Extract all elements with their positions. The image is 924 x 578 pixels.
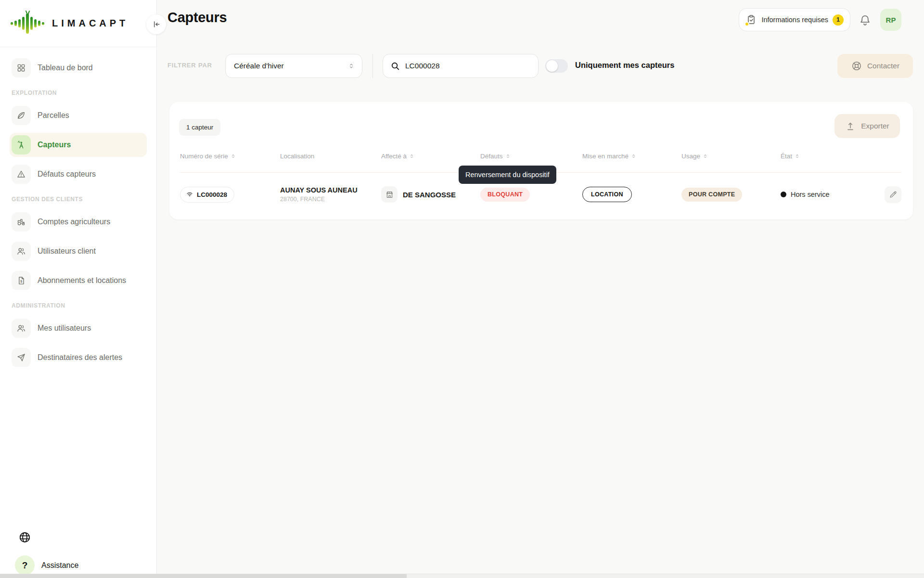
sort-icon bbox=[631, 154, 636, 159]
assigned-to-name: DE SANGOSSE bbox=[403, 191, 456, 199]
sidebar-item-label: Tableau de bord bbox=[38, 64, 93, 72]
assistance-label: Assistance bbox=[41, 561, 78, 570]
sidebar-section-exploitation: EXPLOITATION bbox=[12, 90, 156, 96]
tractor-icon bbox=[12, 212, 31, 231]
informations-requises-button[interactable]: Informations requises 1 bbox=[739, 8, 850, 31]
limacapt-logo[interactable]: LIMACAPT bbox=[11, 12, 128, 35]
sidebar-item-label: Défauts capteurs bbox=[38, 170, 96, 179]
sidebar-section-gestion-clients: GESTION DES CLIENTS bbox=[12, 196, 156, 203]
sensor-count-chip: 1 capteur bbox=[179, 119, 220, 136]
only-my-sensors-toggle[interactable] bbox=[545, 59, 568, 73]
users-icon bbox=[12, 242, 31, 261]
warning-triangle-icon bbox=[12, 165, 31, 184]
cell-usage: POUR COMPTE bbox=[681, 188, 781, 202]
location-postal: 28700, FRANCE bbox=[280, 196, 358, 203]
filter-bar: FILTRER PAR Céréale d'hiver Uniquement m… bbox=[157, 54, 924, 78]
serial-number-pill[interactable]: LC000028 bbox=[180, 187, 234, 203]
cell-defauts: BLOQUANT bbox=[480, 188, 582, 202]
contact-button[interactable]: Contacter bbox=[837, 54, 913, 78]
crop-filter-value: Céréale d'hiver bbox=[234, 62, 284, 70]
export-button[interactable]: Exporter bbox=[834, 114, 900, 138]
column-label: Numéro de série bbox=[180, 153, 228, 160]
sidebar-nav: Tableau de bord EXPLOITATION Parcelles C… bbox=[0, 47, 156, 370]
main-content: Capteurs Informations requises 1 RP FILT… bbox=[157, 0, 924, 578]
sidebar: LIMACAPT Tableau de bord EXPLOITATION Pa… bbox=[0, 0, 157, 578]
header-actions: Informations requises 1 RP bbox=[739, 8, 901, 31]
location-city: AUNAY SOUS AUNEAU bbox=[280, 186, 358, 194]
page-title: Capteurs bbox=[167, 10, 227, 26]
svg-text:$: $ bbox=[20, 280, 22, 283]
informations-requises-label: Informations requises bbox=[761, 16, 828, 24]
notifications-bell-icon[interactable] bbox=[859, 13, 872, 26]
sidebar-item-label: Destinataires des alertes bbox=[38, 353, 122, 362]
sort-icon bbox=[505, 154, 511, 159]
app-root: LIMACAPT Tableau de bord EXPLOITATION Pa… bbox=[0, 0, 924, 578]
search-input[interactable] bbox=[383, 54, 539, 78]
table-header-row: Numéro de série Localisation Affecté à D… bbox=[169, 148, 913, 164]
cell-mise-en-marche: LOCATION bbox=[582, 187, 681, 202]
sidebar-item-capteurs[interactable]: Capteurs bbox=[10, 133, 147, 157]
sort-icon bbox=[231, 154, 236, 159]
column-label: Mise en marché bbox=[582, 153, 629, 160]
grid-icon bbox=[12, 58, 31, 77]
sidebar-item-destinataires-alertes[interactable]: Destinataires des alertes bbox=[10, 346, 147, 370]
send-icon bbox=[12, 348, 31, 367]
serial-number: LC000028 bbox=[197, 191, 227, 198]
status-dot bbox=[781, 192, 786, 197]
column-label: Affecté à bbox=[381, 153, 407, 160]
assistance-link[interactable]: ? Assistance bbox=[15, 555, 156, 575]
market-badge: LOCATION bbox=[582, 187, 632, 202]
cell-actions bbox=[858, 186, 901, 203]
cell-affecte: DE SANGOSSE bbox=[381, 186, 480, 203]
column-label: Usage bbox=[681, 153, 700, 160]
sidebar-item-utilisateurs-client[interactable]: Utilisateurs client bbox=[10, 239, 147, 263]
column-header-localisation[interactable]: Localisation bbox=[280, 153, 381, 160]
sidebar-item-defauts-capteurs[interactable]: Défauts capteurs bbox=[10, 162, 147, 186]
crop-filter-select[interactable]: Céréale d'hiver bbox=[225, 54, 362, 78]
sidebar-collapse-button[interactable] bbox=[146, 14, 166, 34]
brand-header: LIMACAPT bbox=[0, 0, 156, 47]
status-label: Hors service bbox=[791, 191, 830, 198]
scrollbar-thumb[interactable] bbox=[0, 574, 407, 578]
filter-divider bbox=[372, 54, 373, 78]
storefront-icon bbox=[381, 186, 398, 203]
upload-icon bbox=[845, 121, 856, 131]
sidebar-item-label: Abonnements et locations bbox=[38, 276, 126, 285]
edit-sensor-button[interactable] bbox=[885, 186, 901, 203]
clipboard-check-icon bbox=[745, 14, 757, 26]
column-header-defauts[interactable]: Défauts bbox=[480, 153, 582, 160]
chevron-updown-icon bbox=[347, 62, 355, 70]
sidebar-item-parcelles[interactable]: Parcelles bbox=[10, 103, 147, 128]
sidebar-footer: ? Assistance bbox=[0, 530, 156, 578]
sidebar-item-label: Mes utilisateurs bbox=[38, 324, 91, 333]
sidebar-item-mes-utilisateurs[interactable]: Mes utilisateurs bbox=[10, 316, 147, 340]
filter-by-label: FILTRER PAR bbox=[167, 62, 212, 69]
limacapt-logo-icon bbox=[11, 12, 44, 35]
language-globe-icon[interactable] bbox=[18, 530, 32, 544]
notification-dot bbox=[744, 22, 749, 26]
column-label: Localisation bbox=[280, 153, 314, 160]
sidebar-item-abonnements[interactable]: $ Abonnements et locations bbox=[10, 269, 147, 293]
sensors-table-card: 1 capteur Exporter Numéro de série Local… bbox=[169, 102, 913, 219]
sidebar-item-label: Comptes agriculteurs bbox=[38, 218, 110, 226]
column-header-etat[interactable]: État bbox=[781, 153, 858, 160]
sidebar-item-comptes-agriculteurs[interactable]: Comptes agriculteurs bbox=[10, 210, 147, 234]
usage-badge: POUR COMPTE bbox=[681, 188, 742, 202]
wifi-icon bbox=[186, 191, 193, 198]
sidebar-section-administration: ADMINISTRATION bbox=[12, 302, 156, 309]
sidebar-item-dashboard[interactable]: Tableau de bord bbox=[10, 56, 147, 80]
info-count-badge: 1 bbox=[833, 14, 844, 26]
cell-serial: LC000028 bbox=[180, 187, 280, 203]
only-my-sensors-label: Uniquement mes capteurs bbox=[575, 61, 674, 70]
column-header-usage[interactable]: Usage bbox=[681, 153, 781, 160]
cell-etat: Hors service bbox=[781, 191, 858, 198]
contact-button-label: Contacter bbox=[867, 62, 899, 70]
lifebuoy-icon bbox=[851, 60, 862, 72]
user-avatar[interactable]: RP bbox=[880, 9, 901, 31]
defect-badge[interactable]: BLOQUANT bbox=[480, 188, 530, 202]
column-header-serial[interactable]: Numéro de série bbox=[180, 153, 280, 160]
pencil-icon bbox=[889, 190, 898, 199]
column-header-affecte[interactable]: Affecté à bbox=[381, 153, 480, 160]
sidebar-item-label: Capteurs bbox=[38, 141, 71, 149]
column-header-mise-en-marche[interactable]: Mise en marché bbox=[582, 153, 681, 160]
